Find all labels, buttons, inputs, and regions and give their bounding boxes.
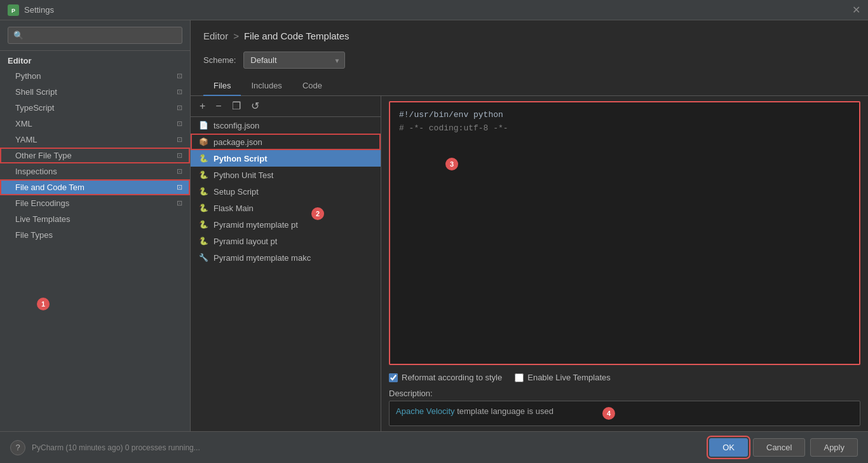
breadcrumb-current: File and Code Templates <box>244 31 349 41</box>
description-section: Description: Apache Velocity template la… <box>381 386 868 431</box>
scheme-row: Scheme: Default <box>191 48 868 76</box>
code-editor[interactable]: #!/usr/bin/env python # -*- coding:utf-8… <box>389 101 860 365</box>
tab-includes[interactable]: Includes <box>241 76 292 96</box>
file-icon-python-script: 🐍 <box>198 153 208 163</box>
sidebar-item-other-file-type[interactable]: Other File Type ⊡ <box>0 148 190 163</box>
sidebar: Editor Python ⊡ Shell Script ⊡ TypeScrip… <box>0 20 191 431</box>
search-bar <box>0 20 190 51</box>
options-row: Reformat according to style Enable Live … <box>381 369 868 386</box>
file-item-flask-main[interactable]: 🐍 Flask Main <box>191 200 381 216</box>
description-text: template language is used <box>455 406 553 416</box>
scheme-label: Scheme: <box>203 55 236 65</box>
file-item-label: tsconfig.json <box>214 121 259 130</box>
file-list-panel: + − ❐ ↺ 📄 tsconfig.json 📦 package.json <box>191 96 381 431</box>
description-link[interactable]: Apache Velocity <box>396 406 455 416</box>
help-button[interactable]: ? <box>10 440 25 455</box>
code-line-2: # -*- coding:utf-8 -*- <box>399 122 850 135</box>
bottom-right: OK Cancel Apply <box>709 438 858 457</box>
tab-files[interactable]: Files <box>203 76 241 96</box>
sidebar-item-file-code-templates[interactable]: File and Code Tem ⊡ <box>0 179 190 195</box>
sidebar-header: Editor <box>0 51 190 68</box>
sidebar-item-icon2: ⊡ <box>177 88 182 96</box>
content-area: Editor > File and Code Templates Scheme:… <box>191 20 868 431</box>
description-box: Apache Velocity template language is use… <box>389 401 860 426</box>
app-icon: P <box>8 4 19 16</box>
file-icon-setup: 🐍 <box>198 186 208 197</box>
reset-button[interactable]: ↺ <box>248 100 262 113</box>
status-text: PyCharm (10 minutes ago) 0 processes run… <box>32 443 200 452</box>
file-icon-flask: 🐍 <box>198 203 208 213</box>
live-templates-label: Enable Live Templates <box>527 373 611 382</box>
window-title: Settings <box>24 5 54 15</box>
tab-code[interactable]: Code <box>292 76 332 96</box>
file-item-pyramid-makc[interactable]: 🔧 Pyramid mytemplate makc <box>191 249 381 266</box>
ok-button[interactable]: OK <box>709 438 748 457</box>
main-container: Editor Python ⊡ Shell Script ⊡ TypeScrip… <box>0 20 868 431</box>
file-item-python-unit-test[interactable]: 🐍 Python Unit Test <box>191 167 381 183</box>
reformat-checkbox-item[interactable]: Reformat according to style <box>389 373 502 382</box>
copy-button[interactable]: ❐ <box>229 100 243 113</box>
reformat-checkbox[interactable] <box>389 373 398 382</box>
remove-button[interactable]: − <box>213 100 224 113</box>
badge-3: 3 <box>445 158 458 170</box>
file-item-label: Pyramid mytemplate makc <box>214 253 311 263</box>
svg-text:P: P <box>11 8 15 14</box>
file-list-toolbar: + − ❐ ↺ <box>191 96 381 117</box>
close-button[interactable]: ✕ <box>852 5 860 15</box>
file-item-label: Pyramid layout pt <box>214 237 277 246</box>
badge-1: 1 <box>37 298 50 310</box>
file-item-label: Python Script <box>214 154 268 163</box>
file-icon-pyramid-m: 🔧 <box>198 252 208 263</box>
sidebar-item-icon7: ⊡ <box>177 167 182 176</box>
cancel-button[interactable]: Cancel <box>753 438 805 457</box>
sidebar-item-icon8: ⊡ <box>177 183 182 191</box>
file-icon-package: 📦 <box>198 137 208 147</box>
sidebar-item-typescript[interactable]: TypeScript ⊡ <box>0 100 190 116</box>
sidebar-item-icon: ⊡ <box>177 72 182 80</box>
badge-2: 2 <box>311 207 324 220</box>
sidebar-item-file-encodings[interactable]: File Encodings ⊡ <box>0 195 190 211</box>
search-input[interactable] <box>8 27 182 44</box>
file-item-setup-script[interactable]: 🐍 Setup Script <box>191 183 381 200</box>
file-item-pyramid-template[interactable]: 🐍 Pyramid mytemplate pt <box>191 216 381 233</box>
file-item-label: Setup Script <box>214 187 259 197</box>
file-item-label: Python Unit Test <box>214 170 273 180</box>
scheme-select-wrapper[interactable]: Default <box>243 52 345 69</box>
bottom-bar: ? PyCharm (10 minutes ago) 0 processes r… <box>0 431 868 463</box>
reformat-label: Reformat according to style <box>402 373 502 382</box>
file-item-python-script[interactable]: 🐍 Python Script <box>191 150 381 167</box>
sidebar-item-file-types[interactable]: File Types <box>0 227 190 243</box>
file-item-label: Pyramid mytemplate pt <box>214 220 298 230</box>
file-item-package[interactable]: 📦 package.json <box>191 134 381 150</box>
title-bar: P Settings ✕ <box>0 0 868 20</box>
bottom-left: ? PyCharm (10 minutes ago) 0 processes r… <box>10 440 200 455</box>
file-icon-pyramid-t: 🐍 <box>198 219 208 230</box>
file-icon-tsconfig: 📄 <box>198 120 208 130</box>
sidebar-item-icon6: ⊡ <box>177 151 182 160</box>
live-templates-checkbox-item[interactable]: Enable Live Templates <box>515 373 611 382</box>
scheme-dropdown[interactable]: Default <box>243 52 345 69</box>
file-list: 📄 tsconfig.json 📦 package.json 🐍 Python … <box>191 117 381 431</box>
code-line-1: #!/usr/bin/env python <box>399 109 850 122</box>
sidebar-item-icon5: ⊡ <box>177 135 182 144</box>
file-item-pyramid-layout[interactable]: 🐍 Pyramid layout pt <box>191 233 381 249</box>
file-item-tsconfig[interactable]: 📄 tsconfig.json <box>191 117 381 134</box>
sidebar-item-icon3: ⊡ <box>177 104 182 112</box>
sidebar-item-shell[interactable]: Shell Script ⊡ <box>0 84 190 100</box>
sidebar-item-inspections[interactable]: Inspections ⊡ <box>0 163 190 179</box>
live-templates-checkbox[interactable] <box>515 373 524 382</box>
title-bar-left: P Settings <box>8 4 54 16</box>
sidebar-item-live-templates[interactable]: Live Templates <box>0 211 190 227</box>
file-icon-python-unit: 🐍 <box>198 170 208 180</box>
sidebar-item-yaml[interactable]: YAML ⊡ <box>0 132 190 148</box>
template-content: + − ❐ ↺ 📄 tsconfig.json 📦 package.json <box>191 96 868 431</box>
description-label: Description: <box>389 389 860 398</box>
sidebar-item-python[interactable]: Python ⊡ <box>0 68 190 84</box>
file-item-label: Flask Main <box>214 204 254 213</box>
sidebar-item-icon9: ⊡ <box>177 199 182 207</box>
sidebar-item-xml[interactable]: XML ⊡ <box>0 116 190 132</box>
add-button[interactable]: + <box>197 100 208 113</box>
apply-button[interactable]: Apply <box>810 438 858 457</box>
breadcrumb-parent: Editor <box>203 31 228 41</box>
badge-4: 4 <box>602 407 615 420</box>
